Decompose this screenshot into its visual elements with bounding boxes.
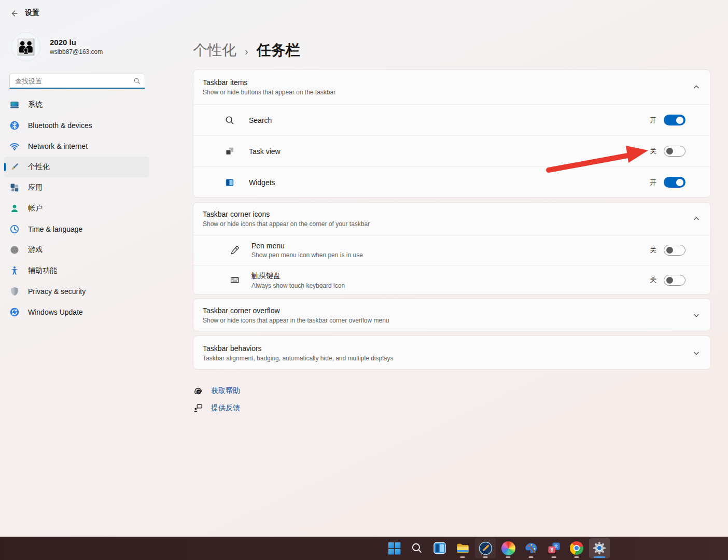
file-explorer-button[interactable]: [452, 538, 473, 558]
chevron-down-icon[interactable]: [693, 349, 700, 357]
sidebar-item-label: Bluetooth & devices: [28, 121, 92, 130]
sidebar-item-label: 游戏: [28, 245, 43, 255]
setting-label: Pen menu: [251, 242, 363, 250]
taskbar-behaviors-card[interactable]: Taskbar behaviors Taskbar alignment, bad…: [193, 335, 711, 370]
setting-row-touch-keyboard: 触摸键盘 Always show touch keyboard icon 关: [193, 265, 710, 295]
taskbar-search-button[interactable]: [407, 538, 427, 558]
sidebar-item-apps[interactable]: 应用: [4, 177, 149, 198]
chevron-up-icon[interactable]: [693, 215, 700, 222]
give-feedback-label: 提供反馈: [211, 403, 240, 413]
sidebar-item-system[interactable]: 系统: [4, 94, 149, 115]
back-arrow-icon: [10, 9, 18, 18]
search-input[interactable]: [15, 77, 133, 85]
setting-label: Widgets: [249, 178, 275, 187]
toggle-state-label: 开: [650, 116, 656, 125]
task-view-icon: [225, 146, 235, 157]
sidebar-item-label: 系统: [28, 100, 43, 109]
chrome-button[interactable]: [566, 538, 587, 558]
setting-row-task-view: Task view 关: [193, 135, 710, 166]
section-title: Taskbar corner overflow: [203, 306, 693, 315]
sidebar-item-accounts[interactable]: 帐户: [4, 198, 149, 219]
get-help-label: 获取帮助: [211, 386, 240, 396]
give-feedback-link[interactable]: 提供反馈: [193, 403, 240, 413]
setting-label: 触摸键盘: [251, 271, 345, 281]
settings-app-button[interactable]: [589, 538, 610, 558]
selected-indicator: [4, 163, 6, 171]
breadcrumb-parent[interactable]: 个性化: [193, 40, 236, 60]
sidebar-item-label: Privacy & security: [28, 287, 86, 296]
section-title: Taskbar corner icons: [203, 210, 693, 218]
translator-app-button[interactable]: 文 ¥: [543, 538, 564, 558]
paint-app-icon: [524, 541, 538, 555]
sidebar-item-personalization[interactable]: 个性化: [4, 157, 149, 177]
taskbar-widgets-button[interactable]: [429, 538, 450, 558]
pen-menu-toggle[interactable]: [664, 245, 685, 256]
breadcrumb-separator: ›: [245, 46, 248, 58]
running-indicator: [529, 556, 534, 558]
toggle-state-label: 关: [650, 147, 656, 156]
active-indicator: [594, 556, 605, 558]
page-title: 任务栏: [257, 40, 300, 60]
widgets-icon: [433, 541, 446, 555]
paint-app-button[interactable]: [521, 538, 541, 558]
touch-keyboard-toggle[interactable]: [664, 275, 685, 286]
toggle-knob: [666, 148, 673, 155]
avatar: 👪: [11, 32, 40, 61]
taskbar-items-header[interactable]: Taskbar items Show or hide buttons that …: [193, 70, 710, 104]
sidebar-item-gaming[interactable]: 游戏: [4, 240, 149, 260]
sidebar-item-label: Network & internet: [28, 142, 88, 150]
setting-label: Search: [249, 116, 272, 124]
settings-gear-icon: [592, 541, 607, 555]
pen-app-button[interactable]: [475, 538, 496, 558]
sidebar-item-label: Time & language: [28, 225, 82, 233]
setting-row-search: Search 开: [193, 104, 710, 135]
chevron-down-icon[interactable]: [693, 312, 700, 319]
translator-app-icon: 文 ¥: [547, 541, 561, 555]
system-icon: [9, 100, 20, 110]
apps-icon: [9, 183, 20, 193]
pinwheel-app-button[interactable]: [498, 538, 519, 558]
running-indicator: [483, 556, 488, 558]
gaming-icon: [9, 245, 20, 255]
shield-icon: [9, 286, 20, 297]
pinwheel-app-icon: [501, 541, 515, 555]
windows-update-icon: [9, 307, 20, 317]
settings-search-box[interactable]: [9, 74, 145, 89]
section-subtitle: Show or hide buttons that appear on the …: [203, 89, 693, 96]
personalization-icon: [9, 162, 20, 172]
sidebar-item-label: 辅助功能: [28, 266, 57, 275]
setting-row-pen-menu: Pen menu Show pen menu icon when pen is …: [193, 235, 710, 265]
back-button[interactable]: [7, 7, 21, 20]
sidebar-item-accessibility[interactable]: 辅助功能: [4, 260, 149, 281]
touch-keyboard-icon: [230, 275, 240, 285]
windows-logo-icon: [388, 542, 401, 555]
search-toggle[interactable]: [664, 115, 685, 125]
get-help-link[interactable]: ? 获取帮助: [193, 386, 240, 396]
sidebar-item-bluetooth-devices[interactable]: Bluetooth & devices: [4, 115, 149, 136]
sidebar-item-privacy-security[interactable]: Privacy & security: [4, 281, 149, 302]
sidebar-item-time-language[interactable]: Time & language: [4, 219, 149, 240]
widgets-toggle[interactable]: [664, 177, 685, 188]
pen-app-icon: [479, 541, 493, 555]
sidebar-item-label: Windows Update: [28, 308, 83, 316]
accessibility-icon: [9, 265, 20, 276]
chrome-icon: [570, 541, 583, 555]
sidebar-item-label: 个性化: [28, 162, 50, 172]
section-title: Taskbar behaviors: [203, 344, 693, 353]
sidebar-item-network-internet[interactable]: Network & internet: [4, 136, 149, 157]
start-button[interactable]: [384, 538, 404, 558]
accounts-icon: [9, 203, 20, 214]
user-email: wslbb87@163.com: [50, 48, 103, 55]
task-view-toggle[interactable]: [664, 146, 685, 157]
sidebar-item-windows-update[interactable]: Windows Update: [4, 302, 149, 323]
section-subtitle: Show or hide icons that appear in the ta…: [203, 317, 693, 324]
taskbar-corner-overflow-card[interactable]: Taskbar corner overflow Show or hide ico…: [193, 298, 711, 331]
running-indicator: [575, 556, 579, 558]
corner-icons-header[interactable]: Taskbar corner icons Show or hide icons …: [193, 203, 710, 235]
setting-sublabel: Always show touch keyboard icon: [251, 282, 345, 289]
sidebar-nav: 系统 Bluetooth & devices Network & interne…: [0, 94, 153, 323]
section-title: Taskbar items: [203, 78, 693, 87]
section-subtitle: Taskbar alignment, badging, automaticall…: [203, 355, 693, 362]
user-profile: 👪 2020 lu wslbb87@163.com: [11, 32, 103, 61]
chevron-up-icon[interactable]: [693, 83, 700, 91]
